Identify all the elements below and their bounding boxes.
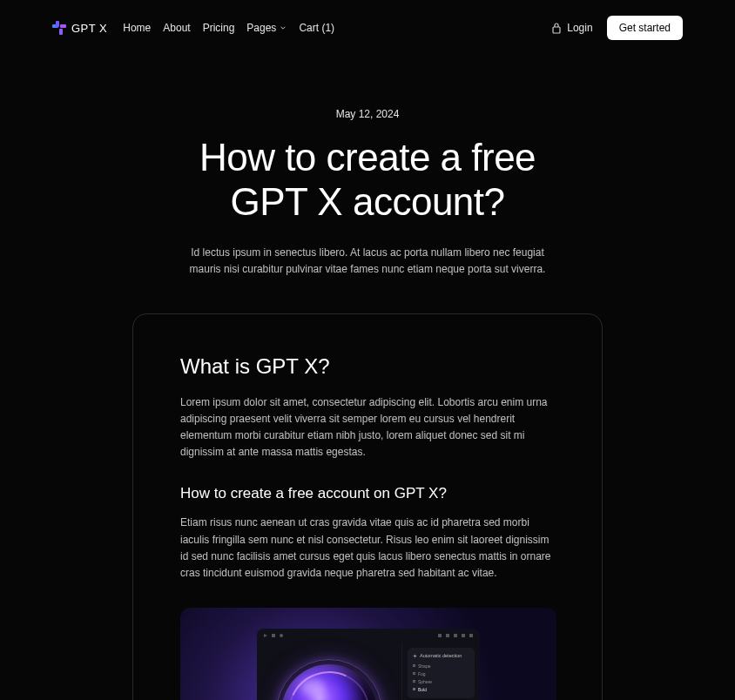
section-heading-how-to: How to create a free account on GPT X?: [180, 485, 555, 502]
login-text: Login: [567, 22, 592, 34]
checkbox-icon: [413, 664, 415, 667]
figure-header-right-icons: [438, 634, 473, 637]
figure-canvas: [257, 643, 401, 700]
play-icon: [264, 634, 267, 637]
checkbox-icon: [413, 688, 415, 690]
panel-row-label: Shape: [418, 663, 430, 669]
nav-cart[interactable]: Cart (1): [299, 22, 334, 34]
page-title: How to create a free GPT X account?: [17, 136, 718, 224]
close-icon: [462, 634, 465, 637]
logo-icon: [52, 21, 66, 35]
nav-pages-label: Pages: [246, 22, 276, 34]
nav-pages[interactable]: Pages: [246, 22, 287, 34]
logo[interactable]: GPT X: [52, 21, 107, 35]
detection-panel-title: Automatic detection: [413, 653, 469, 658]
nav-left: GPT X Home About Pricing Pages Cart (1): [52, 21, 334, 35]
paragraph-1: Lorem ipsum dolor sit amet, consectetur …: [180, 394, 555, 461]
logo-text: GPT X: [71, 22, 107, 35]
square-icon: [272, 634, 275, 637]
title-line-1: How to create a free: [199, 136, 536, 178]
article-date: May 12, 2024: [17, 108, 718, 120]
hero: May 12, 2024 How to create a free GPT X …: [0, 56, 735, 313]
article-figure: Automatic detection Shape Fog Sphere Bol…: [180, 608, 556, 700]
svg-rect-2: [60, 24, 66, 28]
nav-home[interactable]: Home: [123, 22, 151, 34]
figure-app-window: Automatic detection Shape Fog Sphere Bol…: [257, 629, 480, 700]
chevron-down-icon: [280, 24, 287, 31]
figure-side-panel: Automatic detection Shape Fog Sphere Bol…: [401, 643, 480, 700]
get-started-button[interactable]: Get started: [607, 16, 683, 40]
detection-panel: Automatic detection Shape Fog Sphere Bol…: [408, 648, 475, 698]
panel-row-label: Fog: [418, 671, 426, 676]
nav-pricing[interactable]: Pricing: [203, 22, 235, 34]
panel-row-label: Bold: [418, 687, 427, 692]
figure-header-left-icons: [264, 634, 283, 637]
panel-row-label: Sphere: [418, 679, 432, 684]
panel-row-bold: Bold: [413, 685, 469, 693]
title-line-2: GPT X account?: [230, 180, 504, 223]
panel-row-fog: Fog: [413, 670, 469, 677]
svg-rect-1: [56, 21, 59, 27]
redo-icon: [454, 634, 457, 637]
record-icon: [280, 634, 283, 637]
figure-app-header: [257, 629, 480, 643]
menu-icon: [469, 634, 473, 637]
nav-about[interactable]: About: [163, 22, 190, 34]
svg-rect-3: [59, 29, 63, 35]
figure-orb: [281, 664, 377, 700]
section-heading-what-is: What is GPT X?: [180, 354, 555, 379]
checkbox-icon: [413, 672, 415, 675]
detection-title-text: Automatic detection: [420, 653, 462, 658]
figure-app-body: Automatic detection Shape Fog Sphere Bol…: [257, 643, 480, 700]
nav-right: Login Get started: [551, 16, 683, 40]
content-card: What is GPT X? Lorem ipsum dolor sit ame…: [132, 313, 603, 700]
top-nav: GPT X Home About Pricing Pages Cart (1) …: [0, 0, 735, 56]
sparkle-icon: [413, 654, 417, 658]
undo-icon: [446, 634, 449, 637]
login-link[interactable]: Login: [551, 22, 592, 34]
nav-links: Home About Pricing Pages Cart (1): [123, 22, 334, 34]
figure-orb-ring: [277, 660, 381, 700]
checkbox-icon: [413, 680, 415, 683]
lock-icon: [551, 22, 562, 34]
paragraph-2: Etiam risus nunc aenean ut cras gravida …: [180, 515, 555, 582]
panel-row-sphere: Sphere: [413, 677, 469, 685]
page-subtitle: Id lectus ipsum in senectus libero. At l…: [185, 245, 550, 278]
svg-rect-4: [553, 27, 560, 33]
expand-icon: [438, 634, 442, 637]
panel-row-shape: Shape: [413, 662, 469, 670]
